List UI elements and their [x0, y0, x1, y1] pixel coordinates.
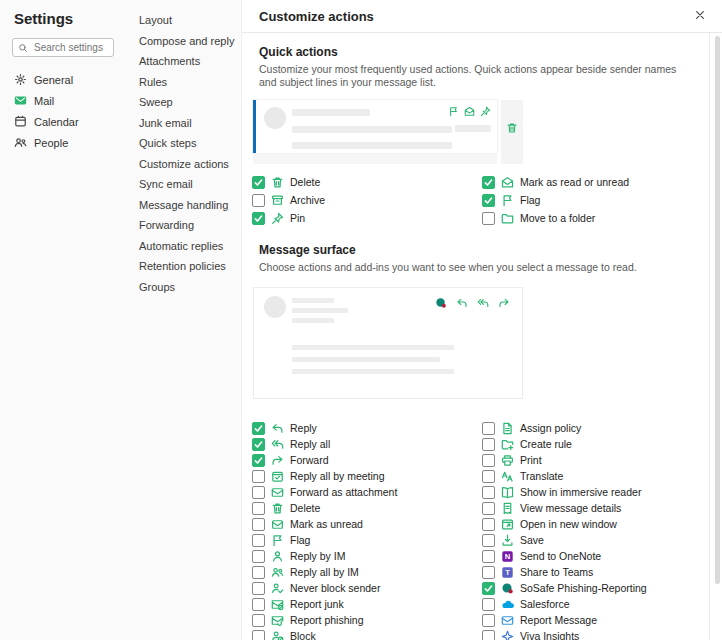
checkbox[interactable]	[252, 212, 265, 225]
checkbox[interactable]	[482, 598, 495, 611]
surface-action-reply-all-by-im[interactable]: Reply all by IM	[252, 564, 482, 580]
checkbox[interactable]	[252, 630, 265, 640]
nav-item-automatic-replies[interactable]: Automatic replies	[122, 236, 241, 257]
quick-action-move-to-a-folder[interactable]: Move to a folder	[482, 209, 709, 227]
surface-action-send-to-onenote[interactable]: N Send to OneNote	[482, 548, 709, 564]
surface-action-save[interactable]: Save	[482, 532, 709, 548]
surface-action-forward[interactable]: Forward	[252, 452, 482, 468]
checkbox[interactable]	[252, 486, 265, 499]
checkbox[interactable]	[482, 566, 495, 579]
placeholder-bar	[292, 142, 452, 149]
checkbox[interactable]	[482, 194, 495, 207]
quick-action-flag[interactable]: Flag	[482, 191, 709, 209]
checkbox[interactable]	[252, 614, 265, 627]
checkbox[interactable]	[252, 550, 265, 563]
sidebar-item-calendar[interactable]: Calendar	[0, 111, 122, 132]
checkbox[interactable]	[252, 194, 265, 207]
checkbox[interactable]	[482, 614, 495, 627]
surface-action-sosafe-phishing-reporting[interactable]: SoSafe Phishing-Reporting	[482, 580, 709, 596]
surface-action-block[interactable]: Block	[252, 628, 482, 640]
surface-action-view-message-details[interactable]: View message details	[482, 500, 709, 516]
teams-icon: T	[501, 566, 514, 579]
surface-action-assign-policy[interactable]: Assign policy	[482, 420, 709, 436]
quick-action-pin[interactable]: Pin	[252, 209, 482, 227]
surface-action-forward-as-attachment[interactable]: Forward as attachment	[252, 484, 482, 500]
checkbox[interactable]	[482, 534, 495, 547]
checkbox[interactable]	[482, 502, 495, 515]
nav-item-message-handling[interactable]: Message handling	[122, 195, 241, 216]
checkbox[interactable]	[252, 470, 265, 483]
surface-action-reply-all[interactable]: Reply all	[252, 436, 482, 452]
nav-item-layout[interactable]: Layout	[122, 10, 241, 31]
nav-item-attachments[interactable]: Attachments	[122, 51, 241, 72]
surface-action-show-in-immersive-reader[interactable]: Show in immersive reader	[482, 484, 709, 500]
reply-icon	[456, 297, 468, 309]
checkbox[interactable]	[252, 422, 265, 435]
option-label: Reply all by IM	[290, 566, 359, 578]
close-button[interactable]	[690, 6, 710, 26]
surface-action-report-message[interactable]: Report Message	[482, 612, 709, 628]
nav-item-compose-and-reply[interactable]: Compose and reply	[122, 31, 241, 52]
search-input[interactable]	[32, 41, 108, 54]
surface-action-mark-as-unread[interactable]: Mark as unread	[252, 516, 482, 532]
nav-item-retention-policies[interactable]: Retention policies	[122, 256, 241, 277]
nav-item-junk-email[interactable]: Junk email	[122, 113, 241, 134]
meeting-icon	[271, 470, 284, 483]
nav-item-sync-email[interactable]: Sync email	[122, 174, 241, 195]
checkbox[interactable]	[252, 582, 265, 595]
checkbox[interactable]	[252, 502, 265, 515]
checkbox[interactable]	[482, 212, 495, 225]
surface-action-open-in-new-window[interactable]: Open in new window	[482, 516, 709, 532]
search-icon	[18, 43, 28, 53]
surface-action-flag[interactable]: Flag	[252, 532, 482, 548]
checkbox[interactable]	[252, 438, 265, 451]
sidebar-item-general[interactable]: General	[0, 69, 122, 90]
message-row-illustration	[253, 100, 497, 153]
surface-action-share-to-teams[interactable]: T Share to Teams	[482, 564, 709, 580]
checkbox[interactable]	[482, 550, 495, 563]
checkbox[interactable]	[482, 486, 495, 499]
checkbox[interactable]	[482, 438, 495, 451]
settings-search[interactable]	[12, 38, 114, 57]
nav-item-forwarding[interactable]: Forwarding	[122, 215, 241, 236]
checkbox[interactable]	[482, 422, 495, 435]
nav-item-quick-steps[interactable]: Quick steps	[122, 133, 241, 154]
nav-item-customize-actions[interactable]: Customize actions	[122, 154, 241, 175]
checkbox[interactable]	[252, 518, 265, 531]
quick-action-delete[interactable]: Delete	[252, 173, 482, 191]
sidebar-item-mail[interactable]: Mail	[0, 90, 122, 111]
sidebar-item-people[interactable]: People	[0, 132, 122, 153]
checkbox[interactable]	[482, 470, 495, 483]
surface-action-translate[interactable]: Translate	[482, 468, 709, 484]
checkbox[interactable]	[482, 630, 495, 640]
checkbox[interactable]	[252, 534, 265, 547]
surface-action-delete[interactable]: Delete	[252, 500, 482, 516]
checkbox[interactable]	[482, 582, 495, 595]
surface-action-reply-all-by-meeting[interactable]: Reply all by meeting	[252, 468, 482, 484]
quick-actions-left-column: Delete Archive Pin	[252, 173, 482, 227]
checkbox[interactable]	[482, 176, 495, 189]
delete-icon	[271, 176, 284, 189]
quick-action-archive[interactable]: Archive	[252, 191, 482, 209]
surface-action-report-phishing[interactable]: Report phishing	[252, 612, 482, 628]
surface-action-reply-by-im[interactable]: Reply by IM	[252, 548, 482, 564]
checkbox[interactable]	[252, 454, 265, 467]
surface-action-report-junk[interactable]: Report junk	[252, 596, 482, 612]
checkbox[interactable]	[252, 176, 265, 189]
nav-item-rules[interactable]: Rules	[122, 72, 241, 93]
checkbox[interactable]	[252, 598, 265, 611]
surface-action-never-block-sender[interactable]: Never block sender	[252, 580, 482, 596]
quick-action-mark-as-read-or-unread[interactable]: Mark as read or unread	[482, 173, 709, 191]
surface-action-viva-insights[interactable]: Viva Insights	[482, 628, 709, 640]
checkbox[interactable]	[482, 518, 495, 531]
surface-action-create-rule[interactable]: Create rule	[482, 436, 709, 452]
surface-action-print[interactable]: Print	[482, 452, 709, 468]
checkbox[interactable]	[252, 566, 265, 579]
surface-action-salesforce[interactable]: Salesforce	[482, 596, 709, 612]
pin-icon	[480, 106, 491, 117]
nav-item-groups[interactable]: Groups	[122, 277, 241, 298]
vertical-scrollbar[interactable]	[715, 36, 720, 584]
surface-action-reply[interactable]: Reply	[252, 420, 482, 436]
checkbox[interactable]	[482, 454, 495, 467]
nav-item-sweep[interactable]: Sweep	[122, 92, 241, 113]
